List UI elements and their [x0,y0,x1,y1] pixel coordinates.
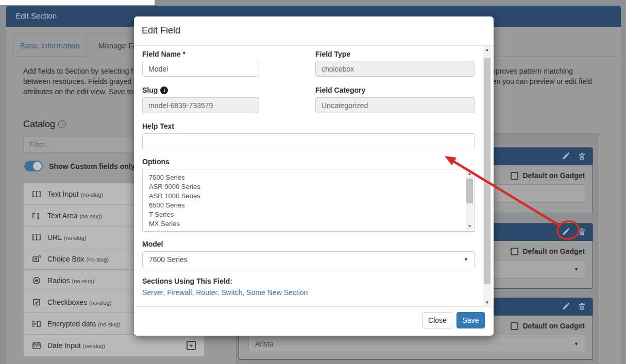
field-tag: (no-slug) [79,213,101,219]
divider [134,45,494,46]
default-on-gadget-checkbox[interactable] [511,172,518,180]
field-name: Text Input [47,190,79,198]
default-on-gadget-label: Default on Gadget [522,322,585,330]
gadget-field-select[interactable]: Arista▼ [248,335,585,353]
model-select-value: 7600 Series [149,255,188,264]
toggle-knob [33,162,42,170]
scrollbar-thumb[interactable] [484,58,490,284]
help-text-input[interactable] [142,133,475,149]
catalog-row-date-input[interactable]: Date Input(no-slug) + [24,335,204,356]
edit-pencil-icon[interactable] [562,152,570,160]
save-button[interactable]: Save [456,312,485,328]
field-name: Checkboxes [47,298,87,306]
field-tag: (no-slug) [72,278,94,284]
option-item[interactable]: 6500 Series [143,201,475,210]
dropdown-caret-icon: ▼ [574,261,579,278]
default-on-gadget-label: Default on Gadget [522,247,585,255]
field-name: Radios [47,276,70,285]
option-item[interactable]: M Series [143,229,475,232]
field-category-label: Field Category [315,86,365,94]
field-name: Text Area [47,212,77,220]
field-name-input[interactable] [142,61,259,77]
gadget-field-value: Arista [255,340,274,348]
option-item[interactable]: MX Series [143,219,475,229]
slug-input [142,97,259,113]
option-item[interactable]: T Series [143,210,475,219]
field-name: Date Input [47,341,81,350]
delete-trash-icon[interactable] [578,152,586,160]
model-select[interactable]: 7600 Series ▼ [142,251,475,268]
field-name: URL [47,233,62,241]
delete-trash-icon[interactable] [578,302,586,310]
model-label: Model [142,240,163,248]
field-tag: (no-slug) [64,235,86,241]
modal-scrollbar[interactable]: ▲ ▼ [483,46,491,306]
toggle-label: Show Custom fields only [49,162,134,170]
slug-label: Slugi [142,86,168,94]
divider [134,306,494,307]
option-item[interactable]: ASR 1000 Series [143,192,475,201]
options-label: Options [142,158,170,166]
field-type-input [315,61,475,77]
encrypted-data-icon [32,319,41,328]
tab-basic-information[interactable]: Basic Information [13,33,87,57]
option-item[interactable]: 7600 Series [143,173,475,182]
scroll-down-icon[interactable]: ▼ [483,299,491,306]
field-tag: (no-slug) [81,192,103,198]
slug-info-icon[interactable]: i [160,86,168,94]
modal-title: Edit Field [142,25,180,36]
help-text-label: Help Text [142,122,174,130]
add-field-button[interactable]: + [187,341,196,350]
field-tag: (no-slug) [98,321,120,327]
field-tag: (no-slug) [83,343,105,349]
option-item[interactable]: ASR 9000 Series [143,182,475,192]
scroll-up-icon[interactable]: ▲ [483,46,491,54]
info-icon[interactable]: i [58,120,66,128]
edit-pencil-icon[interactable] [562,228,570,236]
field-category-input [315,97,475,113]
checkbox-icon [32,298,41,307]
calendar-icon [32,341,41,350]
default-on-gadget-label: Default on Gadget [522,171,585,180]
delete-trash-icon[interactable] [578,228,586,236]
scroll-down-icon[interactable]: ▼ [466,223,473,230]
close-button[interactable]: Close [422,312,452,328]
description-line: improves pattern matching [488,67,573,75]
catalog-heading-text: Catalog [23,119,55,129]
radio-icon [32,276,41,285]
description-line: Add fields to Section by selecting f [23,67,133,75]
field-type-label: Field Type [315,50,350,58]
options-listbox[interactable]: 7600 Series ASR 9000 Series ASR 1000 Ser… [142,169,475,232]
edit-field-modal: Edit Field Field Name * Field Type Slugi… [134,16,494,336]
screen: Edit Section Basic Information Manage Fi… [0,0,626,364]
field-name: Encrypted data [47,320,96,328]
field-tag: (no-slug) [89,300,111,306]
slug-label-text: Slug [142,86,158,94]
description-line: between resources. Fields grayed [23,77,131,85]
text-input-icon [32,189,41,199]
edit-pencil-icon[interactable] [562,302,570,310]
field-tag: (no-slug) [87,256,109,263]
field-name: Choice Box [47,255,84,263]
page-title: Edit Section [15,11,57,20]
default-on-gadget-checkbox[interactable] [511,248,518,255]
sections-using-label: Sections Using This Field: [142,277,232,285]
url-field-icon [32,233,41,242]
field-name-label: Field Name * [142,50,185,58]
dropdown-caret-icon: ▼ [574,335,579,353]
scrollbar-thumb[interactable] [466,179,473,203]
dropdown-caret-icon: ▼ [464,252,468,268]
section-links[interactable]: Server, Firewall, Router, Switch, Some N… [142,288,308,297]
description-line: then you can preview or edit field [486,77,592,85]
choice-box-icon [32,254,41,264]
show-custom-fields-toggle[interactable] [24,161,43,171]
text-area-icon [32,211,41,220]
top-strip [0,0,155,5]
description-line: attributes on the edit view. Save to [23,88,133,96]
catalog-heading: Catalogi [23,119,66,130]
scroll-up-icon[interactable]: ▲ [466,170,473,178]
default-on-gadget-checkbox[interactable] [511,322,518,330]
options-scrollbar[interactable]: ▲ ▼ [466,170,473,230]
